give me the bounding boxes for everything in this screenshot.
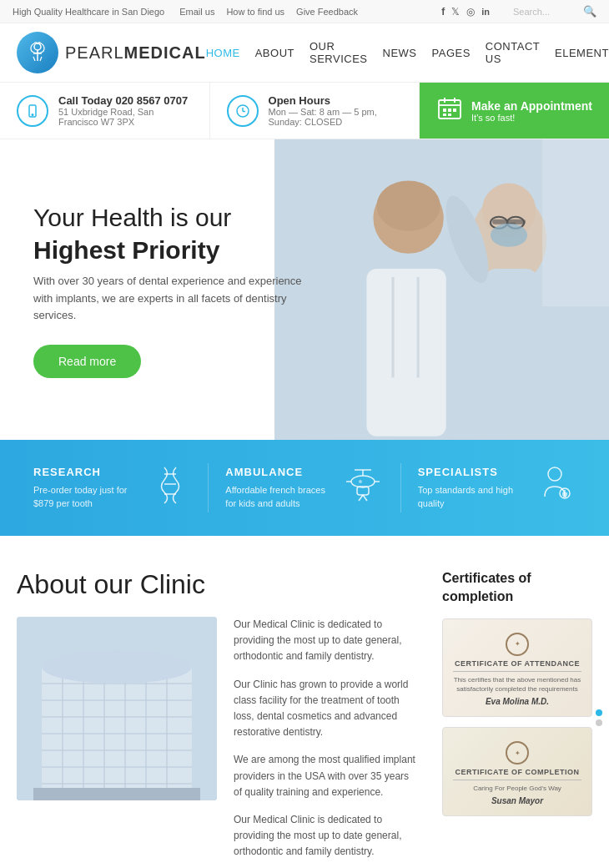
svg-point-28 (376, 181, 440, 231)
feature-ambulance: AMBULANCE Affordable french braces for k… (209, 463, 400, 512)
cert-2-body: Caring For People God's Way (453, 784, 581, 793)
appointment-button[interactable]: Make an Appointment It's so fast! (420, 83, 609, 139)
about-para-2: Our Clinic has grown to provide a world … (234, 677, 417, 741)
social-links: f 𝕏 ◎ in (441, 6, 490, 18)
dna-icon (149, 463, 191, 512)
twitter-icon[interactable]: 𝕏 (451, 6, 460, 18)
feature-research: RESEARCH Pre-order today just for $879 p… (17, 463, 209, 512)
svg-rect-26 (483, 269, 537, 420)
feedback-link[interactable]: Give Feedback (296, 7, 358, 17)
svg-rect-34 (542, 139, 609, 306)
feature-ambulance-title: AMBULANCE (225, 466, 331, 478)
certificate-1: ✦ Certificate of Attendance This certifi… (442, 618, 592, 717)
phone-text: Call Today 020 8567 0707 51 Uxbridge Roa… (58, 94, 193, 127)
search-input[interactable] (513, 7, 580, 17)
hours-text: Open Hours Mon — Sat: 8 am — 5 pm, Sunda… (269, 94, 403, 127)
about-para-4: Our Medical Clinic is dedicated to provi… (234, 812, 417, 860)
feature-ambulance-text: AMBULANCE Affordable french braces for k… (225, 466, 331, 511)
hero-description: With over 30 years of dental experience … (33, 273, 317, 325)
certificate-2: ✦ Certificate of Completion Caring For P… (442, 727, 592, 816)
search-icon[interactable]: 🔍 (583, 5, 596, 18)
nav-news[interactable]: NEWS (383, 47, 417, 59)
about-text: Our Medical Clinic is dedicated to provi… (234, 617, 417, 868)
clock-icon (227, 95, 259, 127)
features-strip: RESEARCH Pre-order today just for $879 p… (0, 440, 609, 536)
cert-seal-1: ✦ (506, 633, 529, 656)
cert-divider-2 (453, 780, 581, 780)
find-us-link[interactable]: How to find us (226, 7, 284, 17)
about-right: Certificates of completion ✦ Certificate… (442, 569, 592, 868)
carousel-dots (596, 709, 602, 726)
cert-divider-1 (453, 671, 581, 672)
logo-text: PEARLMEDICAL (65, 43, 206, 63)
nav-home[interactable]: HOME (206, 47, 240, 59)
clinic-image (17, 617, 217, 800)
svg-rect-29 (366, 269, 445, 437)
nav-links: HOME ABOUT OUR SERVICES NEWS PAGES CONTA… (206, 40, 609, 65)
hours-label: Open Hours (269, 94, 403, 107)
svg-line-45 (363, 495, 367, 501)
info-bar: Call Today 020 8567 0707 51 Uxbridge Roa… (0, 83, 609, 139)
feature-specialists-text: SPECIALISTS Top standards and high quali… (418, 466, 524, 511)
nav-services[interactable]: OUR SERVICES (310, 40, 368, 65)
svg-line-4 (40, 57, 42, 61)
phone-address: 51 Uxbridge Road, San Francisco W7 3PX (58, 107, 193, 127)
nav-about[interactable]: ABOUT (255, 47, 294, 59)
about-para-3: We are among the most qualified implant … (234, 752, 417, 800)
email-link[interactable]: Email us (179, 7, 214, 17)
svg-rect-14 (443, 108, 446, 112)
dot-1[interactable] (596, 709, 602, 716)
svg-rect-17 (443, 114, 446, 116)
cert-1-name: Eva Molina M.D. (453, 697, 581, 706)
helicopter-icon (342, 463, 384, 512)
top-bar-links: Email us How to find us Give Feedback (179, 7, 426, 17)
about-main: Our Medical Clinic is dedicated to provi… (17, 617, 417, 868)
linkedin-icon[interactable]: in (481, 7, 490, 17)
nav-pages[interactable]: PAGES (432, 47, 471, 59)
about-section: About our Clinic (0, 536, 609, 868)
svg-point-46 (359, 480, 362, 483)
logo[interactable]: PEARLMEDICAL (17, 32, 206, 73)
instagram-icon[interactable]: ◎ (466, 6, 475, 18)
appointment-text: Make an Appointment It's so fast! (471, 99, 592, 123)
calendar-icon (436, 95, 463, 127)
feature-specialists-title: SPECIALISTS (418, 466, 524, 478)
about-heading: About our Clinic (17, 569, 417, 600)
about-left: About our Clinic (17, 569, 417, 868)
about-para-1: Our Medical Clinic is dedicated to provi… (234, 617, 417, 665)
svg-rect-18 (448, 114, 451, 116)
nav-contact[interactable]: CONTACT US (486, 40, 540, 65)
svg-line-3 (33, 57, 35, 61)
feature-ambulance-desc: Affordable french braces for kids and ad… (225, 483, 331, 511)
svg-rect-16 (453, 108, 456, 112)
read-more-button[interactable]: Read more (33, 345, 141, 378)
svg-line-44 (359, 495, 363, 501)
top-bar: High Quality Healthcare in San Diego Ema… (0, 0, 609, 23)
cert-2-title: Certificate of Completion (453, 768, 581, 776)
cert-2-name: Susan Mayor (453, 796, 581, 805)
svg-point-38 (351, 476, 375, 487)
dot-2[interactable] (596, 719, 602, 726)
specialist-icon (534, 463, 576, 512)
certificates-heading: Certificates of completion (442, 569, 592, 607)
svg-point-6 (32, 114, 33, 115)
nav-elements[interactable]: ELEMENTS (555, 47, 609, 59)
svg-point-47 (548, 467, 561, 481)
feature-research-title: RESEARCH (33, 466, 139, 478)
hours-info: Open Hours Mon — Sat: 8 am — 5 pm, Sunda… (210, 83, 420, 139)
svg-rect-70 (33, 788, 200, 800)
hero-content: Your Health is our Highest Priority With… (0, 168, 350, 411)
facebook-icon[interactable]: f (441, 6, 445, 18)
svg-rect-30 (391, 277, 394, 377)
feature-research-text: RESEARCH Pre-order today just for $879 p… (33, 466, 139, 511)
cert-seal-2: ✦ (506, 741, 529, 765)
cert-1-title: Certificate of Attendance (453, 659, 581, 668)
feature-specialists-desc: Top standards and high quality (418, 483, 524, 511)
cert-1-body: This certifies that the above mentioned … (453, 675, 581, 694)
hero-section: Your Health is our Highest Priority With… (0, 139, 609, 440)
svg-point-0 (34, 43, 41, 50)
site-tagline: High Quality Healthcare in San Diego (13, 7, 164, 17)
appointment-label: Make an Appointment (471, 99, 592, 113)
svg-point-33 (490, 224, 526, 247)
feature-specialists: SPECIALISTS Top standards and high quali… (401, 463, 592, 512)
